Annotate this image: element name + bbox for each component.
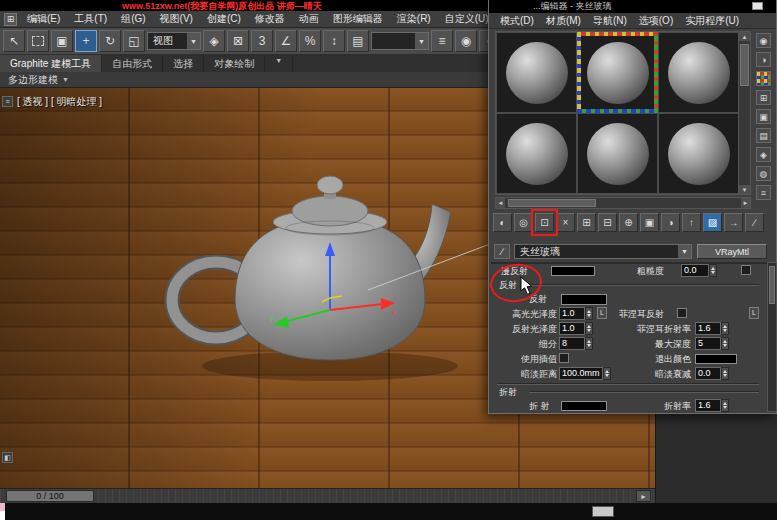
samples-horizontal-scrollbar[interactable]: ◄ ► (495, 197, 751, 209)
tab-object-paint[interactable]: 对象绘制 (204, 55, 265, 72)
refl-glossiness-spinner[interactable] (585, 322, 593, 335)
material-sample-slot[interactable] (658, 32, 739, 113)
material-sample-slot[interactable] (658, 113, 739, 194)
teapot-knob[interactable] (317, 176, 343, 194)
time-slider[interactable]: 0 / 100 (6, 490, 94, 502)
tab-freeform[interactable]: 自由形式 (102, 55, 163, 72)
reset-map-button[interactable]: × (556, 213, 575, 232)
keyboard-override-button[interactable]: ⊠ (227, 30, 249, 52)
scroll-right-icon[interactable]: ► (741, 198, 750, 208)
window-control-icon[interactable] (752, 2, 763, 10)
chevron-down-icon[interactable]: ▼ (678, 245, 691, 258)
edit-named-selections-button[interactable]: ▤ (347, 30, 369, 52)
material-name-combo[interactable]: 夹丝玻璃 ▼ (514, 244, 692, 259)
menu-edit[interactable]: 编辑(E) (20, 12, 67, 26)
make-preview-button[interactable]: ▤ (756, 128, 771, 143)
material-sample-slot[interactable] (496, 113, 577, 194)
hilight-glossiness-spinner[interactable] (585, 307, 593, 320)
me-menu-modes[interactable]: 模式(D) (494, 14, 540, 28)
dim-distance-field[interactable]: 100.0mm (559, 367, 603, 380)
background-button[interactable] (756, 71, 771, 86)
make-unique-button[interactable]: ⊟ (598, 213, 617, 232)
sample-uv-tiling-button[interactable]: ⊞ (756, 90, 771, 105)
eyedropper-icon[interactable]: ∕ (494, 244, 510, 259)
ior-spinner[interactable] (721, 399, 729, 412)
maxscript-mini-listener[interactable] (0, 503, 5, 520)
max-depth-spinner[interactable] (721, 337, 729, 350)
menu-customize[interactable]: 自定义(U) (438, 12, 496, 26)
material-sample-slot-selected[interactable] (577, 32, 658, 113)
menu-modifiers[interactable]: 修改器 (248, 12, 292, 26)
angle-snap-button[interactable]: ∠ (275, 30, 297, 52)
get-material-button[interactable]: ◐ (493, 213, 512, 232)
me-menu-material[interactable]: 材质(M) (540, 14, 587, 28)
viewport-menu-icon[interactable]: ≡ (2, 96, 13, 107)
scroll-down-icon[interactable]: ▼ (739, 185, 750, 194)
refraction-color-swatch[interactable] (561, 401, 607, 411)
scrollbar-thumb[interactable] (769, 266, 775, 304)
select-and-scale-button[interactable]: ◱ (123, 30, 145, 52)
select-by-material-button[interactable]: ◍ (756, 166, 771, 181)
chevron-down-icon[interactable]: ▼ (62, 76, 69, 83)
me-menu-options[interactable]: 选项(O) (633, 14, 679, 28)
backlight-button[interactable]: ◑ (756, 52, 771, 67)
dim-falloff-spinner[interactable] (721, 367, 729, 380)
roughness-field[interactable]: 0.0 (681, 264, 709, 277)
reference-coordinate-combo[interactable]: 视图 ▼ (147, 32, 201, 50)
material-editor-title[interactable]: ...编辑器 - 夹丝玻璃 (489, 0, 776, 13)
subtab-polygon-modeling[interactable]: 多边形建模 (8, 73, 58, 87)
ior-field[interactable]: 1.6 (695, 399, 721, 412)
make-material-copy-button[interactable]: ⊞ (577, 213, 596, 232)
me-menu-navigation[interactable]: 导航(N) (587, 14, 633, 28)
scroll-up-icon[interactable]: ▲ (739, 32, 750, 41)
go-forward-to-sibling-button[interactable]: → (724, 213, 743, 232)
material-editor-button[interactable]: ◉ (455, 30, 477, 52)
refl-glossiness-field[interactable]: 1.0 (559, 322, 585, 335)
reflection-color-swatch[interactable] (561, 294, 607, 305)
material-id-channel-button[interactable]: ▣ (640, 213, 659, 232)
hilight-lock-toggle[interactable]: L (597, 307, 607, 319)
subdivs-field[interactable]: 8 (559, 337, 585, 350)
show-end-result-button[interactable]: ◑ (661, 213, 680, 232)
exit-color-swatch[interactable] (695, 354, 737, 364)
pick-material-button[interactable]: ∕ (745, 213, 764, 232)
scrollbar-thumb[interactable] (740, 44, 749, 86)
chevron-down-icon[interactable]: ▼ (187, 33, 200, 49)
parameters-scrollbar[interactable] (767, 262, 777, 412)
use-center-button[interactable]: ◈ (203, 30, 225, 52)
timeline-track[interactable]: 0 / 100 ► (0, 488, 655, 503)
diffuse-color-swatch[interactable] (551, 266, 595, 276)
chevron-down-icon[interactable]: ▼ (415, 33, 428, 49)
roughness-spinner[interactable] (709, 264, 717, 277)
scrollbar-thumb[interactable] (508, 199, 596, 207)
ribbon-minimize-icon[interactable]: ▼ (265, 55, 293, 72)
use-interpolation-checkbox[interactable] (559, 353, 569, 363)
menu-graph-editors[interactable]: 图形编辑器 (326, 12, 390, 26)
material-sample-slot[interactable] (496, 32, 577, 113)
samples-vertical-scrollbar[interactable]: ▲ ▼ (738, 31, 751, 195)
fresnel-checkbox[interactable] (677, 308, 687, 318)
material-map-navigator-button[interactable]: ≡ (756, 185, 771, 200)
menu-animation[interactable]: 动画 (292, 12, 326, 26)
subdivs-spinner[interactable] (585, 337, 593, 350)
video-color-check-button[interactable]: ▣ (756, 109, 771, 124)
app-icon[interactable]: ⊞ (4, 13, 17, 26)
percent-snap-button[interactable]: % (299, 30, 321, 52)
options-button[interactable]: ◈ (756, 147, 771, 162)
align-button[interactable]: ≡ (431, 30, 453, 52)
go-to-parent-button[interactable]: ↑ (682, 213, 701, 232)
scroll-left-icon[interactable]: ◄ (496, 198, 505, 208)
tab-selection[interactable]: 选择 (163, 55, 204, 72)
menu-tools[interactable]: 工具(T) (67, 12, 114, 26)
material-sample-slot[interactable] (577, 113, 658, 194)
material-type-button[interactable]: VRayMtl (697, 244, 767, 259)
max-depth-field[interactable]: 5 (695, 337, 721, 350)
window-crossing-button[interactable]: ▣ (51, 30, 73, 52)
menu-create[interactable]: 创建(C) (200, 12, 248, 26)
snap-toggle-button[interactable]: 3 (251, 30, 273, 52)
dim-distance-spinner[interactable] (603, 367, 611, 380)
spinner-snap-button[interactable]: ↕ (323, 30, 345, 52)
show-map-in-viewport-button[interactable]: ▨ (703, 213, 722, 232)
menu-views[interactable]: 视图(V) (153, 12, 200, 26)
menu-group[interactable]: 组(G) (114, 12, 152, 26)
